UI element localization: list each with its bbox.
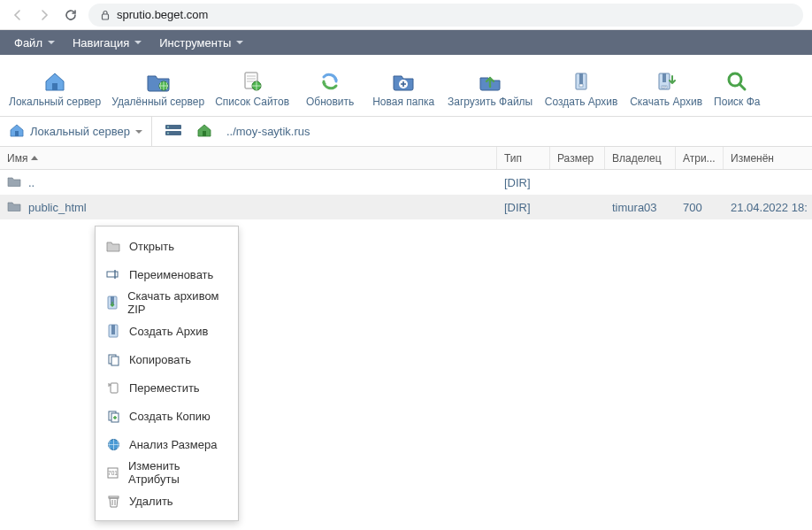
tool-createarch-label: Создать Архив <box>545 96 618 108</box>
move-icon <box>106 380 120 395</box>
col-size[interactable]: Размер <box>550 147 605 169</box>
sort-asc-icon <box>31 156 38 160</box>
ctx-rename[interactable]: Переименовать <box>96 260 238 288</box>
trash-icon <box>106 494 120 508</box>
row-name: .. <box>28 176 34 189</box>
col-date[interactable]: Изменён <box>724 147 812 169</box>
search-icon <box>724 71 749 92</box>
folder-plus-icon <box>391 71 416 92</box>
ctx-move[interactable]: Переместить <box>96 373 238 402</box>
ctx-chmod[interactable]: 701 Изменить Атрибуты <box>96 458 238 487</box>
attributes-icon: 701 <box>106 465 119 480</box>
archive-download-icon: ZIP <box>654 71 678 92</box>
table-row-parent[interactable]: .. [DIR] <box>0 170 812 195</box>
ctx-open[interactable]: Открыть <box>96 232 238 260</box>
home-small-icon[interactable] <box>196 123 212 140</box>
svg-rect-24 <box>107 272 118 277</box>
column-headers: Имя Тип Размер Владелец Атри... Изменён <box>0 147 812 170</box>
col-name-label: Имя <box>7 152 27 165</box>
upload-icon <box>478 71 502 92</box>
copy-icon <box>106 352 120 366</box>
tool-refresh[interactable]: Обновить <box>295 67 365 110</box>
row-attr: 700 <box>676 201 724 214</box>
svg-rect-1 <box>52 83 57 90</box>
svg-rect-18 <box>15 131 19 136</box>
col-attr-label: Атри... <box>683 152 716 165</box>
ctx-move-label: Переместить <box>129 381 200 395</box>
ctx-open-label: Открыть <box>129 240 174 253</box>
svg-text:ZIP: ZIP <box>663 85 666 88</box>
tool-local-server[interactable]: Локальный сервер <box>4 67 106 110</box>
col-attr[interactable]: Атри... <box>676 147 724 169</box>
folder-icon <box>7 176 21 189</box>
home-icon <box>42 71 67 92</box>
svg-rect-31 <box>111 357 119 365</box>
col-owner[interactable]: Владелец <box>605 147 676 169</box>
menu-tools[interactable]: Инструменты <box>152 33 250 53</box>
col-name[interactable]: Имя <box>0 147 497 169</box>
ctx-duplicate[interactable]: Создать Копию <box>96 402 238 430</box>
ctx-delete[interactable]: Удалить <box>96 487 238 515</box>
svg-point-22 <box>167 133 169 134</box>
menu-bar: Файл Навигация Инструменты <box>0 30 812 55</box>
tool-search-label: Поиск Фа <box>714 96 760 108</box>
context-menu: Открыть Переименовать Скачать архивом ZI… <box>95 226 239 521</box>
tool-newfolder-label: Новая папка <box>372 96 434 108</box>
browser-back-button[interactable] <box>9 6 27 24</box>
svg-point-21 <box>167 127 169 128</box>
col-type-label: Тип <box>504 152 522 165</box>
ctx-delete-label: Удалить <box>129 495 173 508</box>
svg-rect-38 <box>109 496 119 498</box>
browser-chrome: sprutio.beget.com <box>0 0 812 30</box>
ctx-dup-label: Создать Копию <box>129 410 211 423</box>
tool-sites-list[interactable]: Список Сайтов <box>210 67 295 110</box>
chevron-down-icon <box>236 41 243 44</box>
lock-icon <box>99 9 111 21</box>
path-bar: Локальный сервер ../moy-saytik.rus <box>0 117 812 147</box>
ctx-downloadzip-label: Скачать архивом ZIP <box>127 289 227 316</box>
browser-reload-button[interactable] <box>62 6 80 24</box>
tool-sites-label: Список Сайтов <box>215 96 289 108</box>
archive-icon <box>106 324 120 338</box>
col-owner-label: Владелец <box>612 152 662 165</box>
svg-text:701: 701 <box>108 470 118 476</box>
menu-tools-label: Инструменты <box>159 36 231 50</box>
chevron-down-icon <box>134 41 142 44</box>
col-type[interactable]: Тип <box>497 147 550 169</box>
folder-open-icon <box>106 239 120 253</box>
chevron-down-icon <box>48 41 55 44</box>
svg-rect-13 <box>663 73 666 82</box>
address-bar[interactable]: sprutio.beget.com <box>88 4 803 27</box>
address-text: sprutio.beget.com <box>117 8 208 21</box>
svg-rect-29 <box>111 325 115 334</box>
svg-rect-32 <box>111 383 118 393</box>
ctx-create-archive[interactable]: Создать Архив <box>96 317 238 345</box>
document-globe-icon <box>240 71 264 92</box>
menu-file[interactable]: Файл <box>7 33 62 53</box>
svg-line-17 <box>739 84 745 89</box>
table-row-public-html[interactable]: public_html [DIR] timura03 700 21.04.202… <box>0 195 812 219</box>
ctx-copy[interactable]: Копировать <box>96 345 238 373</box>
row-type: [DIR] <box>497 201 550 214</box>
breadcrumb-text[interactable]: ../moy-saytik.rus <box>226 125 310 138</box>
row-owner: timura03 <box>605 201 676 214</box>
browser-forward-button[interactable] <box>35 6 53 24</box>
tool-new-folder[interactable]: Новая папка <box>365 67 441 110</box>
svg-rect-0 <box>103 14 109 19</box>
ctx-size-analysis[interactable]: Анализ Размера <box>96 430 238 458</box>
server-selector-label: Локальный сервер <box>30 125 130 138</box>
server-selector[interactable]: Локальный сервер <box>0 117 152 146</box>
menu-navigation[interactable]: Навигация <box>65 33 149 53</box>
ctx-download-zip[interactable]: Скачать архивом ZIP <box>96 288 238 317</box>
archive-icon <box>569 71 594 92</box>
tool-download-archive[interactable]: ZIP Скачать Архив <box>624 67 709 110</box>
tool-create-archive[interactable]: Создать Архив <box>539 67 624 110</box>
svg-rect-23 <box>203 131 206 136</box>
tool-search[interactable]: Поиск Фа <box>709 67 765 110</box>
tool-upload[interactable]: Загрузить Файлы <box>441 67 539 110</box>
chevron-down-icon <box>135 130 142 134</box>
drive-icon[interactable] <box>165 123 182 140</box>
tool-refresh-label: Обновить <box>306 96 354 108</box>
tool-remote-server[interactable]: Удалённый сервер <box>106 67 210 110</box>
row-name: public_html <box>28 201 87 214</box>
